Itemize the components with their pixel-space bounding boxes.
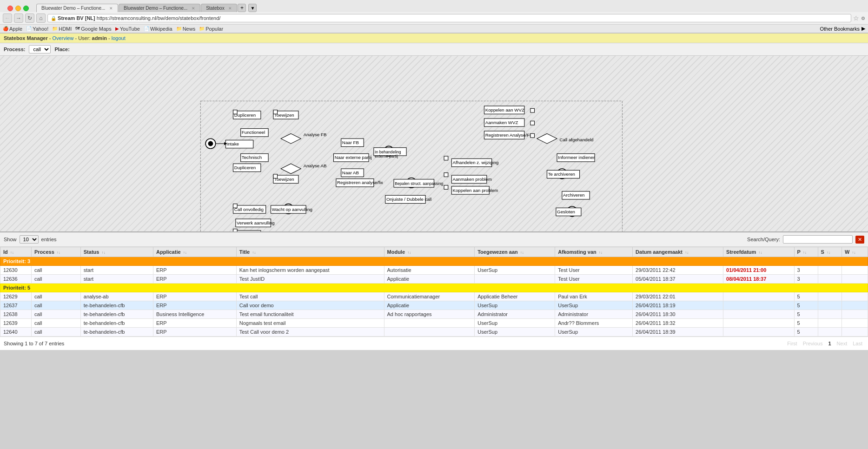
table-body: Prioriteit: 312630callstartERPKan het in…	[0, 257, 868, 337]
bookmark-wikipedia[interactable]: 📄 Wikipedia	[144, 26, 172, 32]
cell-status: te-behandelen-cfb	[80, 301, 153, 310]
page-1-button[interactable]: 1	[826, 340, 833, 347]
col-header-status[interactable]: Status ↑↓	[80, 247, 153, 257]
youtube-icon: ▶	[115, 26, 119, 31]
col-header-w[interactable]: W ↑↓	[841, 247, 868, 257]
table-footer: Showing 1 to 7 of 7 entries First Previo…	[0, 337, 868, 350]
table-row[interactable]: 12637callte-behandelen-cfbERPCall voor d…	[0, 301, 868, 310]
svg-text:Call onvolledig: Call onvolledig	[234, 207, 264, 212]
cell-process: call	[31, 266, 80, 275]
cell-streefdatum	[723, 301, 794, 310]
col-header-module[interactable]: Module ↑↓	[384, 247, 475, 257]
bookmark-youtube[interactable]: ▶ YouTube	[115, 26, 140, 32]
table-row[interactable]: 12639callte-behandelen-cfbERPNogmaals te…	[0, 319, 868, 328]
svg-rect-75	[444, 173, 448, 177]
bookmark-star-icon[interactable]: ☆	[853, 14, 859, 22]
col-header-applicatie[interactable]: Applicatie ↑↓	[153, 247, 237, 257]
tab-close-icon[interactable]: ✕	[192, 6, 195, 11]
other-bookmarks-icon: ▶	[861, 26, 865, 32]
tab-3[interactable]: Statebox ✕	[201, 4, 237, 12]
hdmi-icon: 📁	[52, 26, 58, 31]
table-row[interactable]: 12636callstartERPTest JustIDApplicatieTe…	[0, 275, 868, 284]
show-label: Show	[4, 237, 17, 242]
forward-button[interactable]: →	[14, 13, 23, 23]
next-page-button[interactable]: Next	[835, 340, 849, 347]
col-header-s[interactable]: S ↑↓	[818, 247, 841, 257]
last-page-button[interactable]: Last	[851, 340, 864, 347]
cell-title: Call voor demo	[236, 301, 384, 310]
tab-1[interactable]: Bluewater Demo – Functione... ✕	[36, 4, 118, 12]
cell-status: analyse-ab	[80, 292, 153, 301]
search-input[interactable]	[783, 235, 853, 244]
back-button[interactable]: ←	[3, 13, 12, 23]
svg-text:Te archiveren: Te archiveren	[548, 172, 575, 177]
tab-close-icon[interactable]: ✕	[109, 6, 113, 11]
col-header-id[interactable]: Id ↑↓	[0, 247, 32, 257]
bookmark-apple[interactable]: 🍎 Apple	[3, 26, 22, 32]
tab-close-icon[interactable]: ✕	[228, 6, 232, 11]
cell-streefdatum	[723, 328, 794, 337]
process-select[interactable]: call	[29, 45, 51, 53]
table-row[interactable]: 12638callte-behandelen-cfbBusiness Intel…	[0, 310, 868, 319]
prev-page-button[interactable]: Previous	[801, 340, 825, 347]
cell-w	[841, 292, 868, 301]
overview-link[interactable]: Overview	[53, 35, 74, 41]
tools-button[interactable]: ⚙	[861, 16, 865, 21]
cell-streefdatum	[723, 310, 794, 319]
traffic-lights	[4, 3, 33, 11]
cell-id: 12636	[0, 275, 32, 284]
minimize-button[interactable]	[15, 6, 21, 11]
browser-window: Bluewater Demo – Functione... ✕ Bluewate…	[0, 0, 868, 33]
bookmark-googlemaps[interactable]: 🗺 Google Maps	[75, 26, 111, 32]
cell-process: call	[31, 310, 80, 319]
svg-text:Archiveren: Archiveren	[563, 192, 584, 198]
cell-process: call	[31, 319, 80, 328]
table-row[interactable]: 12630callstartERPKan het inlogscherm wor…	[0, 266, 868, 275]
col-header-datum[interactable]: Datum aangemaakt ↑↓	[633, 247, 723, 257]
cell-module: Communicatiemanager	[384, 292, 475, 301]
svg-rect-73	[530, 133, 535, 138]
svg-text:Koppelen aan problem: Koppelen aan problem	[452, 188, 498, 193]
close-button[interactable]	[7, 6, 13, 11]
entries-label: entries	[41, 237, 57, 242]
entries-select[interactable]: 10 25 50	[20, 235, 39, 244]
tab-2[interactable]: Bluewater Demo – Functione... ✕	[119, 4, 200, 12]
process-diagram[interactable]: Intake Technisch Functioneel Dupliceren …	[0, 56, 868, 231]
nav-bar: ← → ↻ ⌂ 🔒 Stream BV [NL] https://streamc…	[0, 12, 868, 25]
col-header-p[interactable]: P ↑↓	[794, 247, 818, 257]
bookmark-popular[interactable]: 📁 Popular	[199, 26, 223, 32]
cell-s	[818, 266, 841, 275]
first-page-button[interactable]: First	[785, 340, 799, 347]
table-row[interactable]: 12640callte-behandelen-cfbERPTest Call v…	[0, 328, 868, 337]
cell-s	[818, 328, 841, 337]
cell-title: Nogmaals test email	[236, 319, 384, 328]
cell-streefdatum	[723, 292, 794, 301]
other-bookmarks[interactable]: Other Bookmarks ▶	[820, 26, 865, 32]
wikipedia-icon: 📄	[144, 26, 149, 31]
col-header-toegewezen[interactable]: Toegewezen aan ↑↓	[475, 247, 555, 257]
table-row[interactable]: 12629callanalyse-abERPTest callCommunica…	[0, 292, 868, 301]
bookmark-hdmi[interactable]: 📁 HDMI	[52, 26, 72, 32]
cell-toegewezen	[475, 275, 555, 284]
new-tab-button[interactable]: +	[238, 4, 246, 12]
maximize-button[interactable]	[23, 6, 29, 11]
cell-toegewezen: UserSup	[475, 319, 555, 328]
col-header-process[interactable]: Process ↑↓	[31, 247, 80, 257]
pagination: First Previous 1 Next Last	[785, 340, 864, 347]
bookmark-yahoo[interactable]: 📄 Yahoo!	[26, 26, 48, 32]
home-button[interactable]: ⌂	[36, 13, 46, 23]
logout-link[interactable]: logout	[112, 35, 126, 41]
bookmark-news[interactable]: 📁 News	[176, 26, 196, 32]
col-header-streefdatum[interactable]: Streefdatum ↑↓	[723, 247, 794, 257]
cell-title: Kan het inlogscherm worden aangepast	[236, 266, 384, 275]
cell-module: Autorisatie	[384, 266, 475, 275]
col-header-title[interactable]: Title ↑↓	[236, 247, 384, 257]
search-clear-button[interactable]: ✕	[855, 236, 864, 244]
col-header-afkomst[interactable]: Afkomsting van ↑↓	[555, 247, 633, 257]
url-bar[interactable]: 🔒 Stream BV [NL] https://streamconsultin…	[47, 14, 851, 22]
svg-rect-78	[273, 110, 278, 114]
tab-list-button[interactable]: ▼	[248, 4, 257, 12]
reload-button[interactable]: ↻	[25, 13, 34, 23]
cell-afkomst: Test User	[555, 275, 633, 284]
svg-rect-81	[233, 229, 238, 231]
